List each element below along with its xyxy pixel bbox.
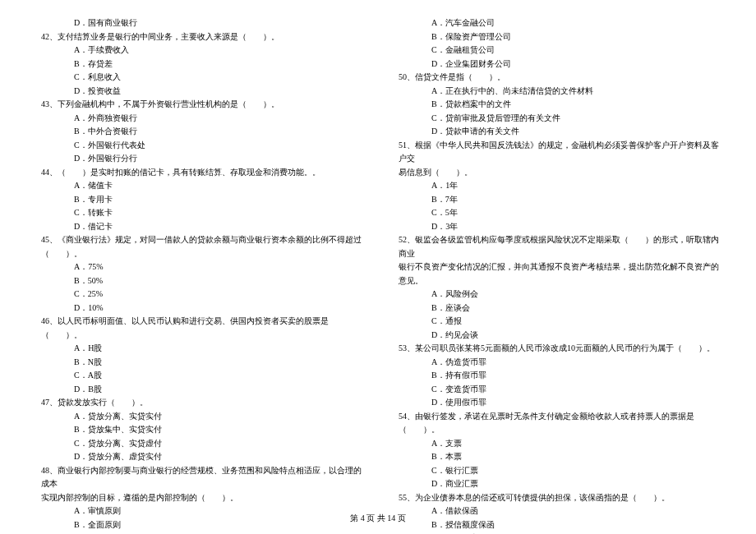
option-text: B．N股 (74, 356, 366, 370)
option-text: D．10% (74, 302, 366, 315)
option-text: B．座谈会 (431, 302, 723, 315)
question-text: 46、以人民币标明面值、以人民币认购和进行交易、供国内投资者买卖的股票是（ ）。 (41, 315, 366, 342)
option-text: C．A股 (74, 369, 366, 383)
left-column: D．国有商业银行42、支付结算业务是银行的中间业务，主要收入来源是（ ）。A．手… (41, 16, 366, 493)
question-text: 47、贷款发放实行（ ）。 (41, 396, 366, 410)
option-text: D．使用假币罪 (431, 396, 723, 410)
option-text: C．贷前审批及贷后管理的有关文件 (431, 112, 723, 126)
option-text: D．商业汇票 (431, 477, 723, 491)
option-text: A．汽车金融公司 (431, 16, 723, 30)
option-text: D．约见会谈 (431, 329, 723, 343)
option-text: C．利息收入 (74, 71, 366, 85)
question-text: 50、信贷文件是指（ ）。 (399, 71, 723, 85)
option-text: A．75% (74, 260, 366, 274)
question-continuation: （ ）。 (41, 247, 366, 261)
option-text: C．金融租赁公司 (431, 44, 723, 58)
option-text: D．3年 (431, 220, 723, 234)
option-text: C．通报 (431, 315, 723, 329)
question-text: 44、（ ）是实时扣账的借记卡，具有转账结算、存取现金和消费功能。。 (41, 166, 366, 180)
option-text: D．企业集团财务公司 (431, 58, 723, 71)
question-continuation: 易信息到（ ）。 (399, 166, 723, 180)
question-text: 48、商业银行内部控制要与商业银行的经营规模、业务范围和风险特点相适应，以合理的… (41, 464, 366, 491)
option-text: B．50% (74, 274, 366, 288)
right-column: A．汽车金融公司B．保险资产管理公司C．金融租赁公司D．企业集团财务公司50、信… (399, 16, 723, 493)
option-text: A．风险例会 (431, 288, 723, 302)
option-text: D．借记卡 (74, 220, 366, 234)
option-text: B．保险资产管理公司 (431, 30, 723, 44)
question-text: 42、支付结算业务是银行的中间业务，主要收入来源是（ ）。 (41, 30, 366, 44)
page-footer: 第 4 页 共 14 页 (0, 513, 756, 524)
option-text: B．贷款档案中的文件 (431, 98, 723, 112)
option-text: C．银行汇票 (431, 464, 723, 478)
question-text: 45、《商业银行法》规定，对同一借款人的贷款余额与商业银行资本余额的比例不得超过 (41, 233, 366, 247)
option-text: D．投资收益 (74, 85, 366, 99)
question-text: 55、为企业债券本息的偿还或可转债提供的担保，该保函指的是（ ）。 (399, 491, 723, 505)
question-text: 43、下列金融机构中，不属于外资银行营业性机构的是（ ）。 (41, 98, 366, 112)
question-continuation: 银行不良资产变化情况的汇报，并向其通报不良资产考核结果，提出防范化解不良资产的意… (399, 260, 723, 288)
option-text: A．正在执行中的、尚未结清信贷的文件材料 (431, 85, 723, 99)
option-text: B．存贷差 (74, 58, 366, 71)
question-continuation: 实现内部控制的目标，遵循的是内部控制的（ ）。 (41, 491, 366, 505)
option-text: C．变造货币罪 (431, 383, 723, 397)
question-text: 52、银监会各级监管机构应每季度或根据风险状况不定期采取（ ）的形式，听取辖内商… (399, 233, 723, 260)
option-text: B．7年 (431, 193, 723, 207)
option-text: A．伪造货币罪 (431, 356, 723, 370)
option-text: B．持有假币罪 (431, 369, 723, 383)
option-text: B．中外合资银行 (74, 125, 366, 139)
option-text: A．储值卡 (74, 179, 366, 193)
option-text: B．本票 (431, 450, 723, 464)
page-content: D．国有商业银行42、支付结算业务是银行的中间业务，主要收入来源是（ ）。A．手… (0, 0, 756, 501)
option-text: D．外国银行分行 (74, 152, 366, 166)
option-text: A．H股 (74, 342, 366, 356)
option-text: C．25% (74, 288, 366, 302)
option-text: D．国有商业银行 (74, 16, 366, 30)
option-text: B．专用卡 (74, 193, 366, 207)
option-text: D．B股 (74, 383, 366, 397)
option-text: C．转账卡 (74, 206, 366, 220)
option-text: C．5年 (431, 206, 723, 220)
question-text: 51、根据《中华人民共和国反洗钱法》的规定，金融机构必须妥善保护客户开户资料及客… (399, 139, 723, 166)
option-text: D．贷放分离、虚贷实付 (74, 450, 366, 464)
option-text: C．外国银行代表处 (74, 139, 366, 153)
question-text: 54、由银行签发，承诺在见票时无条件支付确定金额给收款人或者持票人的票据是（ ）… (399, 410, 723, 437)
option-text: A．手续费收入 (74, 44, 366, 58)
option-text: D．贷款申请的有关文件 (431, 125, 723, 139)
option-text: C．贷放分离、实贷虚付 (74, 437, 366, 451)
option-text: A．贷放分离、实贷实付 (74, 410, 366, 424)
option-text: A．支票 (431, 437, 723, 451)
question-text: 53、某公司职员张某将5元面额的人民币涂改成10元面额的人民币的行为属于（ ）。 (399, 342, 723, 356)
option-text: A．外商独资银行 (74, 112, 366, 126)
option-text: A．1年 (431, 179, 723, 193)
option-text: B．贷放集中、实贷实付 (74, 423, 366, 437)
